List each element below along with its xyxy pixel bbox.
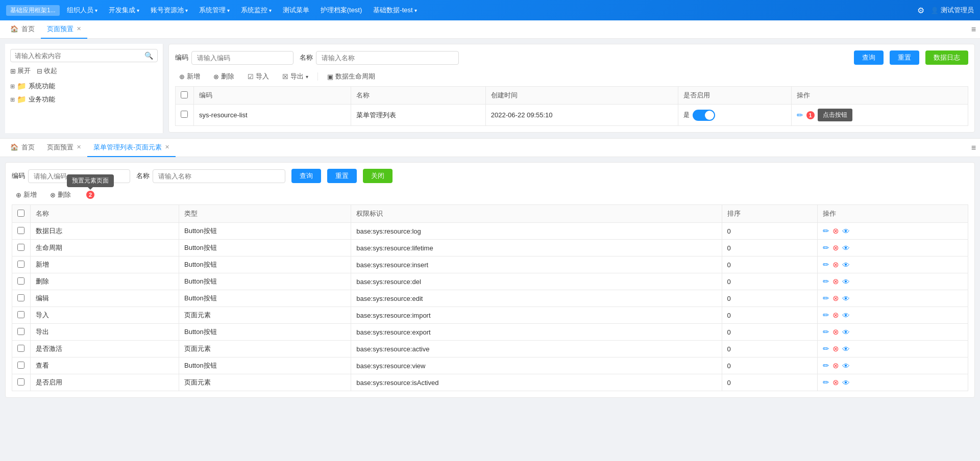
elem-row-checkbox[interactable] xyxy=(17,294,24,301)
edit-icon[interactable]: ✏ xyxy=(823,277,829,286)
tooltip-badge[interactable]: 2 xyxy=(86,191,94,199)
nav-item-base-data[interactable]: 基础数据-test ▾ xyxy=(369,6,421,15)
bottom-close-button[interactable]: 关闭 xyxy=(363,169,393,183)
edit-icon[interactable]: ✏ xyxy=(823,378,829,387)
view-icon[interactable]: 👁 xyxy=(842,261,850,269)
elem-row-checkbox[interactable] xyxy=(17,277,24,285)
elem-row-checkbox[interactable] xyxy=(17,261,24,268)
view-icon[interactable]: 👁 xyxy=(842,311,850,320)
elem-row-checkbox[interactable] xyxy=(17,328,24,335)
tab-menu-icon[interactable]: ≡ xyxy=(971,25,976,34)
elem-action-icons: ✏ ⊗ 👁 xyxy=(823,260,963,269)
code-input[interactable] xyxy=(191,51,293,65)
export-button[interactable]: ☒ 导出 ▾ xyxy=(278,70,312,83)
row-checkbox[interactable] xyxy=(181,111,188,118)
bottom-name-input[interactable] xyxy=(153,169,285,183)
element-table: 名称 类型 权限标识 排序 操作 数据日志 Button按钮 base:sys:… xyxy=(12,204,968,391)
elem-actions: ✏ ⊗ 👁 xyxy=(817,240,968,257)
query-button[interactable]: 查询 xyxy=(854,50,884,65)
delete-icon[interactable]: ⊗ xyxy=(832,243,839,252)
tab-menu-icon-2[interactable]: ≡ xyxy=(971,143,976,152)
expand-button[interactable]: ⊞ 展开 xyxy=(10,66,31,75)
delete-icon[interactable]: ⊗ xyxy=(832,294,839,303)
add-button[interactable]: ⊕ 新增 xyxy=(175,70,204,83)
tab-close-icon-3[interactable]: ✕ xyxy=(165,144,169,150)
name-input[interactable] xyxy=(316,51,459,65)
edit-icon[interactable]: ✏ xyxy=(823,344,829,353)
edit-icon[interactable]: ✏ xyxy=(823,294,829,303)
elem-row-checkbox[interactable] xyxy=(17,244,24,251)
click-button[interactable]: 点击按钮 xyxy=(818,109,852,121)
nav-item-org[interactable]: 组织人员 ▾ xyxy=(63,6,102,15)
delete-icon[interactable]: ⊗ xyxy=(832,361,839,370)
bottom-query-button[interactable]: 查询 xyxy=(291,169,321,183)
nav-item-test-menu[interactable]: 测试菜单 xyxy=(279,6,313,15)
row-name: 菜单管理列表 xyxy=(351,105,486,126)
bottom-name-label: 名称 xyxy=(136,171,150,181)
nav-item-monitor[interactable]: 系统监控 ▾ xyxy=(237,6,276,15)
lifecycle-button[interactable]: ▣ 数据生命周期 xyxy=(323,70,379,83)
bottom-reset-button[interactable]: 重置 xyxy=(327,169,357,183)
tab-menu-element[interactable]: 菜单管理列表-页面元素 ✕ xyxy=(87,139,176,157)
nav-item-nursing[interactable]: 护理档案(test) xyxy=(316,6,366,15)
view-icon[interactable]: 👁 xyxy=(842,345,850,353)
nav-item-account[interactable]: 账号资源池 ▾ xyxy=(146,6,192,15)
view-icon[interactable]: 👁 xyxy=(842,227,850,236)
elem-permission: base:sys:resource:active xyxy=(351,341,722,357)
delete-icon[interactable]: ⊗ xyxy=(832,378,839,387)
delete-icon[interactable]: ⊗ xyxy=(832,344,839,353)
nav-item-sys-mgr[interactable]: 系统管理 ▾ xyxy=(195,6,234,15)
edit-icon[interactable]: ✏ xyxy=(823,361,829,370)
elem-row-checkbox[interactable] xyxy=(17,311,24,318)
select-all-checkbox[interactable] xyxy=(181,91,188,98)
view-icon[interactable]: 👁 xyxy=(842,378,850,387)
edit-icon[interactable]: ✏ xyxy=(823,327,829,337)
element-select-all[interactable] xyxy=(17,210,24,217)
elem-type: Button按钮 xyxy=(179,240,351,257)
data-log-button[interactable]: 数据日志 xyxy=(925,50,968,65)
tab-home-2[interactable]: 🏠 首页 xyxy=(4,139,41,157)
gear-icon[interactable]: ⚙ xyxy=(917,6,924,15)
tree-toggle-icon: ⊞ xyxy=(10,83,15,90)
view-icon[interactable]: 👁 xyxy=(842,244,850,252)
delete-icon[interactable]: ⊗ xyxy=(832,311,839,320)
tab-page-preset-2[interactable]: 页面预置 ✕ xyxy=(41,139,87,157)
collapse-button[interactable]: ⊟ 收起 xyxy=(37,66,57,75)
elem-action-icons: ✏ ⊗ 👁 xyxy=(823,344,963,353)
tree-item-system-func[interactable]: ⊞ 📁 系统功能 xyxy=(5,80,163,93)
nav-item-dev[interactable]: 开发集成 ▾ xyxy=(105,6,143,15)
delete-icon[interactable]: ⊗ xyxy=(832,260,839,269)
elem-row-checkbox[interactable] xyxy=(17,227,24,234)
delete-icon[interactable]: ⊗ xyxy=(832,327,839,337)
view-icon[interactable]: 👁 xyxy=(842,294,850,303)
delete-icon[interactable]: ⊗ xyxy=(832,226,839,236)
edit-icon[interactable]: ✏ xyxy=(823,311,829,320)
reset-button[interactable]: 重置 xyxy=(890,50,919,65)
tab-home-1[interactable]: 🏠 首页 xyxy=(4,20,41,39)
bottom-add-button[interactable]: ⊕ 新增 xyxy=(12,188,41,201)
elem-row-checkbox[interactable] xyxy=(17,378,24,386)
view-icon[interactable]: 👁 xyxy=(842,277,850,286)
tab-page-preset[interactable]: 页面预置 ✕ xyxy=(41,20,87,39)
edit-icon[interactable]: ✏ xyxy=(823,226,829,236)
enabled-toggle[interactable] xyxy=(693,110,715,121)
delete-icon[interactable]: ⊗ xyxy=(832,277,839,286)
elem-row-checkbox[interactable] xyxy=(17,345,24,352)
bottom-delete-button[interactable]: ⊗ 删除 xyxy=(46,188,75,201)
view-icon[interactable]: 👁 xyxy=(842,362,850,370)
elem-order: 0 xyxy=(722,357,817,374)
sidebar-search-input[interactable] xyxy=(15,52,144,60)
user-info[interactable]: 👤 测试管理员 xyxy=(930,6,974,15)
tab-close-icon[interactable]: ✕ xyxy=(77,25,81,32)
tab-close-icon-2[interactable]: ✕ xyxy=(77,144,81,150)
edit-icon[interactable]: ✏ xyxy=(823,243,829,252)
delete-button[interactable]: ⊗ 删除 xyxy=(209,70,238,83)
edit-icon[interactable]: ✏ xyxy=(823,260,829,269)
edit-icon[interactable]: ✏ xyxy=(797,111,803,120)
tree-item-business-func[interactable]: ⊞ 📁 业务功能 xyxy=(5,93,163,106)
view-icon[interactable]: 👁 xyxy=(842,328,850,337)
elem-order: 0 xyxy=(722,290,817,307)
elem-row-checkbox[interactable] xyxy=(17,362,24,369)
import-button[interactable]: ☑ 导入 xyxy=(243,70,273,83)
col-action: 操作 xyxy=(791,87,968,105)
